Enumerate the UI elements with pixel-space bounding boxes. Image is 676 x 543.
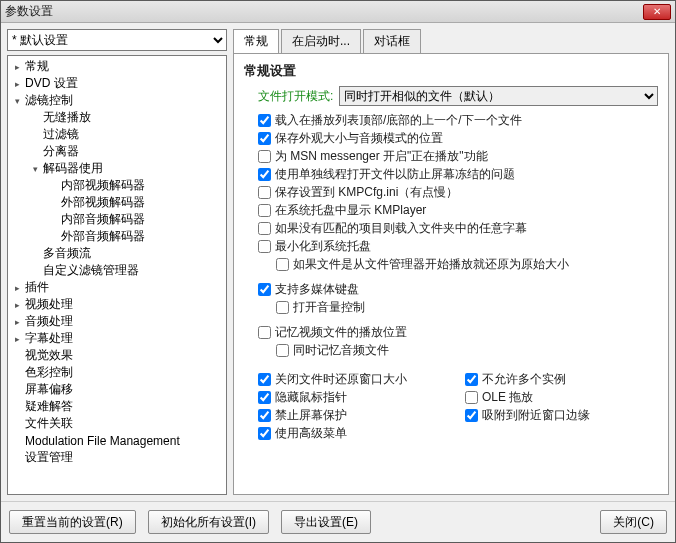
- checkbox-row[interactable]: OLE 拖放: [465, 389, 658, 406]
- tree-item[interactable]: 外部音频解码器: [8, 228, 226, 245]
- checkbox-input[interactable]: [258, 132, 271, 145]
- tree-expand-icon[interactable]: ▸: [12, 333, 23, 344]
- close-button[interactable]: 关闭(C): [600, 510, 667, 534]
- tree-item[interactable]: 内部音频解码器: [8, 211, 226, 228]
- tree-expand-icon[interactable]: ▸: [12, 282, 23, 293]
- checkbox-col-left: 关闭文件时还原窗口大小隐藏鼠标指针禁止屏幕保护使用高级菜单: [244, 370, 451, 443]
- tree-item[interactable]: 过滤镜: [8, 126, 226, 143]
- checkbox-input[interactable]: [258, 168, 271, 181]
- open-mode-select[interactable]: 同时打开相似的文件（默认）: [339, 86, 658, 106]
- tree-item[interactable]: 分离器: [8, 143, 226, 160]
- checkbox-row[interactable]: 如果文件是从文件管理器开始播放就还原为原始大小: [276, 256, 658, 273]
- checkbox-row[interactable]: 支持多媒体键盘: [258, 281, 658, 298]
- checkbox-row[interactable]: 记忆视频文件的播放位置: [258, 324, 658, 341]
- tree-item[interactable]: 无缝播放: [8, 109, 226, 126]
- checkbox-label: 保存外观大小与音频模式的位置: [275, 130, 443, 147]
- checkbox-input[interactable]: [258, 427, 271, 440]
- checkbox-row[interactable]: 使用高级菜单: [258, 425, 451, 442]
- tree-item[interactable]: ▸音频处理: [8, 313, 226, 330]
- checkbox-input[interactable]: [276, 258, 289, 271]
- checkbox-columns: 关闭文件时还原窗口大小隐藏鼠标指针禁止屏幕保护使用高级菜单 不允许多个实例OLE…: [244, 370, 658, 443]
- footer: 重置当前的设置(R) 初始化所有设置(I) 导出设置(E) 关闭(C): [1, 501, 675, 542]
- checkbox-input[interactable]: [276, 301, 289, 314]
- checkbox-input[interactable]: [258, 391, 271, 404]
- tree-item[interactable]: ▾解码器使用: [8, 160, 226, 177]
- init-button[interactable]: 初始化所有设置(I): [148, 510, 269, 534]
- checkbox-input[interactable]: [258, 204, 271, 217]
- checkbox-row[interactable]: 在系统托盘中显示 KMPlayer: [258, 202, 658, 219]
- checkbox-row[interactable]: 保存外观大小与音频模式的位置: [258, 130, 658, 147]
- checkbox-row[interactable]: 关闭文件时还原窗口大小: [258, 371, 451, 388]
- checkbox-row[interactable]: 吸附到附近窗口边缘: [465, 407, 658, 424]
- tree-item-label: 分离器: [43, 143, 79, 160]
- section-heading: 常规设置: [244, 62, 658, 80]
- category-tree[interactable]: ▸常规▸DVD 设置▾滤镜控制无缝播放过滤镜分离器▾解码器使用内部视频解码器外部…: [7, 55, 227, 495]
- checkbox-col-right: 不允许多个实例OLE 拖放吸附到附近窗口边缘: [451, 370, 658, 443]
- tab-startup[interactable]: 在启动时...: [281, 29, 361, 53]
- tree-item[interactable]: 内部视频解码器: [8, 177, 226, 194]
- checkbox-input[interactable]: [258, 283, 271, 296]
- tree-expand-icon[interactable]: ▸: [12, 61, 23, 72]
- checkbox-input[interactable]: [465, 373, 478, 386]
- tab-dialog[interactable]: 对话框: [363, 29, 421, 53]
- tree-item[interactable]: 屏幕偏移: [8, 381, 226, 398]
- tree-item[interactable]: 设置管理: [8, 449, 226, 466]
- checkbox-input[interactable]: [276, 344, 289, 357]
- checkbox-input[interactable]: [258, 373, 271, 386]
- checkbox-row[interactable]: 不允许多个实例: [465, 371, 658, 388]
- export-button[interactable]: 导出设置(E): [281, 510, 371, 534]
- checkbox-row[interactable]: 保存设置到 KMPCfg.ini（有点慢）: [258, 184, 658, 201]
- tree-item[interactable]: 色彩控制: [8, 364, 226, 381]
- tree-expand-icon[interactable]: ▸: [12, 299, 23, 310]
- checkbox-row[interactable]: 使用单独线程打开文件以防止屏幕冻结的问题: [258, 166, 658, 183]
- tree-item[interactable]: 自定义滤镜管理器: [8, 262, 226, 279]
- tree-expand-icon[interactable]: ▸: [12, 78, 23, 89]
- tree-item[interactable]: ▸DVD 设置: [8, 75, 226, 92]
- tree-leaf-icon: [30, 265, 41, 276]
- tree-leaf-icon: [12, 401, 23, 412]
- checkbox-input[interactable]: [258, 186, 271, 199]
- checkbox-input[interactable]: [465, 391, 478, 404]
- checkbox-input[interactable]: [258, 150, 271, 163]
- checkbox-row[interactable]: 载入在播放列表顶部/底部的上一个/下一个文件: [258, 112, 658, 129]
- checkbox-row[interactable]: 如果没有匹配的项目则载入文件夹中的任意字幕: [258, 220, 658, 237]
- checkbox-row[interactable]: 为 MSN messenger 开启"正在播放"功能: [258, 148, 658, 165]
- checkbox-input[interactable]: [465, 409, 478, 422]
- tree-expand-icon[interactable]: ▸: [12, 316, 23, 327]
- tree-item-label: 内部视频解码器: [61, 177, 145, 194]
- tree-item[interactable]: ▸常规: [8, 58, 226, 75]
- tree-item[interactable]: 多音频流: [8, 245, 226, 262]
- checkbox-input[interactable]: [258, 114, 271, 127]
- tree-item[interactable]: Modulation File Management: [8, 432, 226, 449]
- checkbox-input[interactable]: [258, 240, 271, 253]
- tree-item[interactable]: ▾滤镜控制: [8, 92, 226, 109]
- checkbox-label: 载入在播放列表顶部/底部的上一个/下一个文件: [275, 112, 522, 129]
- tree-item[interactable]: ▸插件: [8, 279, 226, 296]
- checkbox-row[interactable]: 最小化到系统托盘: [258, 238, 658, 255]
- preset-combo[interactable]: * 默认设置: [7, 29, 227, 51]
- checkbox-label: 使用单独线程打开文件以防止屏幕冻结的问题: [275, 166, 515, 183]
- tree-item[interactable]: 疑难解答: [8, 398, 226, 415]
- tree-item-label: 音频处理: [25, 313, 73, 330]
- checkbox-row[interactable]: 打开音量控制: [276, 299, 658, 316]
- checkbox-input[interactable]: [258, 326, 271, 339]
- tree-item[interactable]: ▸视频处理: [8, 296, 226, 313]
- window-body: * 默认设置 ▸常规▸DVD 设置▾滤镜控制无缝播放过滤镜分离器▾解码器使用内部…: [1, 23, 675, 501]
- tree-item[interactable]: 视觉效果: [8, 347, 226, 364]
- reset-button[interactable]: 重置当前的设置(R): [9, 510, 136, 534]
- tree-item[interactable]: ▸字幕处理: [8, 330, 226, 347]
- checkbox-row[interactable]: 同时记忆音频文件: [276, 342, 658, 359]
- checkbox-row[interactable]: 隐藏鼠标指针: [258, 389, 451, 406]
- tree-item[interactable]: 外部视频解码器: [8, 194, 226, 211]
- checkbox-group-memory: 记忆视频文件的播放位置同时记忆音频文件: [244, 324, 658, 359]
- checkbox-label: 保存设置到 KMPCfg.ini（有点慢）: [275, 184, 458, 201]
- tree-collapse-icon[interactable]: ▾: [12, 95, 23, 106]
- checkbox-input[interactable]: [258, 409, 271, 422]
- tab-general[interactable]: 常规: [233, 29, 279, 53]
- tree-item[interactable]: 文件关联: [8, 415, 226, 432]
- tree-collapse-icon[interactable]: ▾: [30, 163, 41, 174]
- checkbox-input[interactable]: [258, 222, 271, 235]
- tab-pane-general: 常规设置 文件打开模式: 同时打开相似的文件（默认） 载入在播放列表顶部/底部的…: [233, 53, 669, 495]
- close-icon[interactable]: ✕: [643, 4, 671, 20]
- checkbox-row[interactable]: 禁止屏幕保护: [258, 407, 451, 424]
